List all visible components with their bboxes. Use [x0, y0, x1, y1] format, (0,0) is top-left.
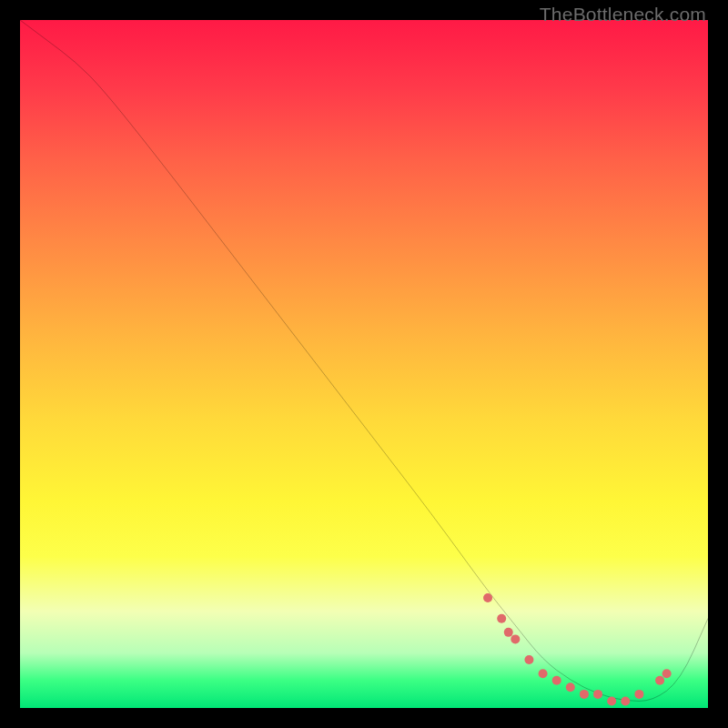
watermark-text: TheBottleneck.com — [540, 4, 706, 25]
highlight-point — [552, 676, 561, 685]
highlight-point — [497, 614, 506, 623]
highlight-point — [539, 669, 548, 678]
highlight-point — [504, 628, 513, 637]
highlight-point — [607, 696, 616, 705]
highlight-point — [566, 682, 575, 692]
highlight-point — [524, 655, 533, 664]
highlight-point — [621, 696, 630, 705]
highlight-points — [483, 593, 672, 705]
highlight-point — [483, 593, 492, 602]
chart-stage: TheBottleneck.com — [0, 0, 728, 728]
chart-svg — [20, 20, 708, 708]
highlight-point — [634, 690, 643, 699]
highlight-point — [593, 690, 602, 699]
highlight-point — [655, 676, 664, 685]
highlight-point — [580, 690, 589, 699]
highlight-point — [511, 634, 520, 643]
bottleneck-curve — [20, 20, 708, 701]
highlight-point — [662, 669, 672, 678]
plot-area — [20, 20, 708, 708]
